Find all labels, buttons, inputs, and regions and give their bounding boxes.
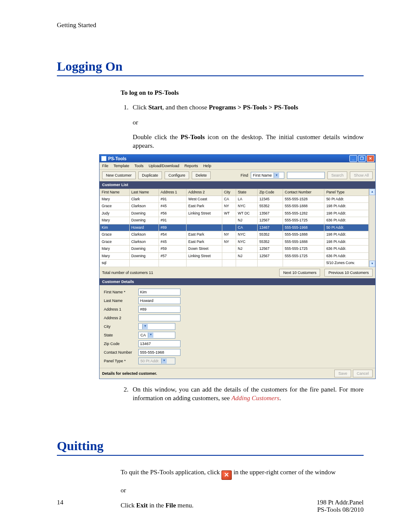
table-cell: 12567 xyxy=(257,252,283,259)
chevron-down-icon: ▾ xyxy=(274,173,279,178)
table-cell xyxy=(187,224,222,231)
rule xyxy=(57,455,364,456)
table-cell: NJ xyxy=(236,217,258,224)
table-row[interactable]: GraceClarkson#54East ParkNYNYC55352555-5… xyxy=(100,231,369,238)
panel-type-dropdown[interactable]: 50 Pt Addr.▾ xyxy=(138,358,175,364)
new-customer-button[interactable]: New Customer xyxy=(102,171,136,179)
search-button[interactable]: Search xyxy=(327,171,348,179)
column-header[interactable]: Last Name xyxy=(129,189,159,196)
table-row[interactable]: KimHoward#89CA13467555-555-196850 Pt Add… xyxy=(100,224,369,231)
table-cell: WT DC xyxy=(236,210,258,217)
table-cell: #45 xyxy=(159,238,186,245)
table-cell: Clarkson xyxy=(129,238,159,245)
minimize-icon[interactable]: _ xyxy=(349,155,357,162)
close-icon[interactable]: ✕ xyxy=(367,155,374,162)
text: To quit the PS-Tools application, click xyxy=(121,469,221,476)
table-cell: Grace xyxy=(100,203,130,210)
menu-reports[interactable]: Reports xyxy=(184,163,198,168)
contact-number-field[interactable]: 555-555-1968 xyxy=(138,349,181,356)
table-cell: #89 xyxy=(159,224,186,231)
menu-template[interactable]: Template xyxy=(114,163,130,168)
app-window: PS-Tools _ ❐ ✕ File Template Tools Uploa… xyxy=(99,154,376,379)
first-name-field[interactable]: Kim xyxy=(138,289,181,296)
delete-button[interactable]: Delete xyxy=(192,171,211,179)
table-row[interactable]: MaryDowning#91NJ12567555-555-1725636 Pt … xyxy=(100,217,369,224)
table-cell: NYC xyxy=(236,238,258,245)
prev-customers-button[interactable]: Previous 10 Customers xyxy=(324,269,373,277)
maximize-icon[interactable]: ❐ xyxy=(358,155,366,162)
table-row[interactable]: GraceClarkson#45East ParkNYNYC55352555-5… xyxy=(100,238,369,245)
table-cell: #59 xyxy=(159,246,186,252)
find-input[interactable] xyxy=(287,172,325,179)
state-dropdown[interactable]: CA▾ xyxy=(138,332,175,339)
table-cell: 555-555-1282 xyxy=(283,210,324,217)
scroll-up-icon[interactable]: ▴ xyxy=(369,189,375,195)
find-field-dropdown[interactable]: First Name ▾ xyxy=(251,172,284,179)
configure-button[interactable]: Configure xyxy=(165,171,189,179)
table-cell: Kim xyxy=(100,224,130,231)
table-row[interactable]: JudyDowning#56Linking StreetWTWT DC13567… xyxy=(100,210,369,217)
table-row[interactable]: MaryClark#91West CoastCALA12345555-555-1… xyxy=(100,196,369,203)
table-cell: East Park xyxy=(187,238,222,245)
show-all-button[interactable]: Show All xyxy=(350,171,373,179)
table-row[interactable]: GraceClarkson#45East ParkNYNYC55352555-5… xyxy=(100,203,369,210)
close-icon: ✕ xyxy=(221,470,232,480)
customer-table: First NameLast NameAddress 1Address 2Cit… xyxy=(100,189,369,267)
address2-label: Address 2 xyxy=(104,315,138,320)
table-cell: 198 Pt Addr. xyxy=(324,231,369,238)
address2-field[interactable] xyxy=(138,314,181,321)
table-cell: WT xyxy=(222,210,236,217)
scroll-down-icon[interactable]: ▾ xyxy=(369,261,375,267)
step-1b: Double click the PS-Tools icon on the de… xyxy=(133,133,364,150)
save-button[interactable]: Save xyxy=(334,370,351,377)
column-header[interactable]: First Name xyxy=(100,189,130,196)
chevron-down-icon: ▾ xyxy=(161,358,167,364)
or: or xyxy=(121,486,364,495)
table-cell: Clarkson xyxy=(129,203,159,210)
status-text: Details for selected customer. xyxy=(102,371,157,376)
table-cell: NY xyxy=(222,238,236,245)
footer-line-2: PS-Tools 08/2010 xyxy=(317,506,364,513)
column-header[interactable]: State xyxy=(236,189,258,196)
table-cell xyxy=(236,260,258,267)
address1-field[interactable]: #89 xyxy=(138,306,181,313)
first-name-label: First Name * xyxy=(104,289,138,295)
find-label: Find xyxy=(240,173,248,178)
menu-help[interactable]: Help xyxy=(203,163,212,168)
table-row[interactable]: MaryDowning#59Down StreetNJ12567555-555-… xyxy=(100,246,369,252)
chevron-down-icon: ▾ xyxy=(142,324,148,329)
table-cell: Mary xyxy=(100,196,130,203)
column-header[interactable]: Zip Code xyxy=(257,189,283,196)
column-header[interactable]: Panel Type xyxy=(324,189,369,196)
total-customers: Total number of customers 11 xyxy=(102,270,153,275)
column-header[interactable]: City xyxy=(222,189,236,196)
table-cell: NY xyxy=(222,203,236,210)
duplicate-button[interactable]: Duplicate xyxy=(138,171,162,179)
table-cell xyxy=(159,260,186,267)
table-row[interactable]: MaryDowning#57Linking StreetNJ12567555-5… xyxy=(100,252,369,259)
city-dropdown[interactable]: ▾ xyxy=(138,323,175,330)
table-cell: Mary xyxy=(100,217,130,224)
table-cell: Howard xyxy=(129,224,159,231)
scrollbar[interactable]: ▴ ▾ xyxy=(369,189,375,267)
zip-field[interactable]: 13467 xyxy=(138,340,181,347)
column-header[interactable]: Address 1 xyxy=(159,189,186,196)
column-header[interactable]: Address 2 xyxy=(187,189,222,196)
column-header[interactable]: Contact Number xyxy=(283,189,324,196)
table-cell: NY xyxy=(222,231,236,238)
table-cell: 13567 xyxy=(257,210,283,217)
menu-file[interactable]: File xyxy=(102,163,109,168)
table-cell xyxy=(222,252,236,259)
scroll-track[interactable] xyxy=(369,195,375,261)
table-cell: Mary xyxy=(100,252,130,259)
menu-tools[interactable]: Tools xyxy=(134,163,143,168)
next-customers-button[interactable]: Next 10 Customers xyxy=(279,269,320,277)
link-adding-customers[interactable]: Adding Customers xyxy=(231,395,279,401)
last-name-field[interactable]: Howard xyxy=(138,297,181,304)
table-row[interactable]: sql5/10 Zones Conv. xyxy=(100,260,369,267)
cancel-button[interactable]: Cancel xyxy=(353,370,373,377)
menu-upload-download[interactable]: Upload/Download xyxy=(149,163,179,168)
table-cell: 636 Pt Addr. xyxy=(324,217,369,224)
table-cell: 555-555-1725 xyxy=(283,252,324,259)
dropdown-value: CA xyxy=(140,333,146,338)
